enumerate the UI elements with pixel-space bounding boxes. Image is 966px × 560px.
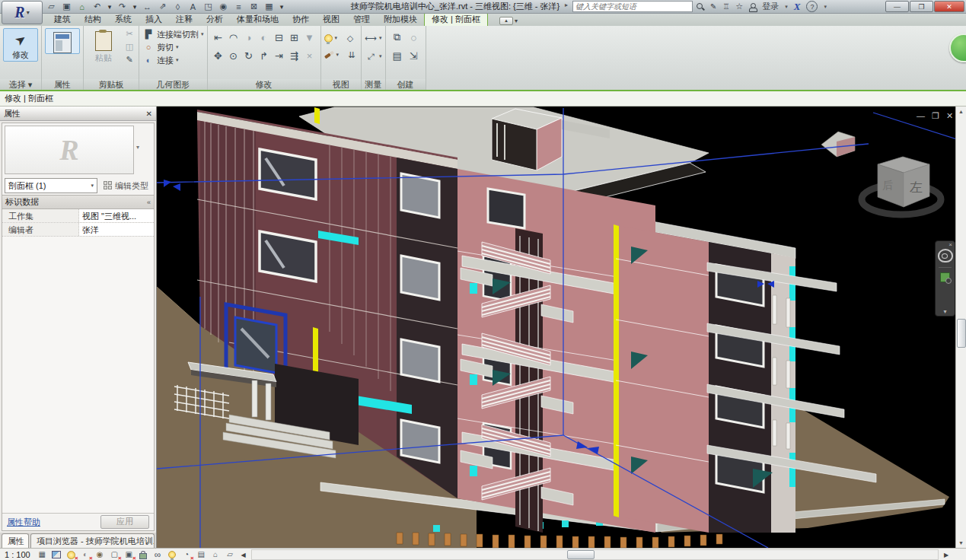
analytical-model-icon[interactable]: ⌂ xyxy=(210,550,222,560)
dimension-button[interactable]: ⤢▾ xyxy=(365,50,382,62)
render-dialog-icon[interactable]: ◉ xyxy=(94,550,106,560)
scroll-up-icon[interactable]: ▲ xyxy=(956,107,966,116)
copy-to-clipboard-icon[interactable]: ◫ xyxy=(123,41,135,52)
workset-row[interactable]: 工作集 视图 "三维视... xyxy=(2,209,154,223)
lock-view-icon[interactable] xyxy=(138,550,149,560)
redo-icon[interactable]: ↷ xyxy=(116,2,128,12)
copy-icon[interactable]: ⊙ xyxy=(226,49,241,63)
panel-label-select[interactable]: 选择 ▾ xyxy=(0,79,41,90)
tab-view[interactable]: 视图 xyxy=(316,13,346,26)
help-icon[interactable]: ? xyxy=(806,1,818,12)
favorites-star-icon[interactable]: ☆ xyxy=(735,2,743,11)
tab-analyze[interactable]: 分析 xyxy=(199,13,230,26)
hscroll-right-icon[interactable]: ▶ xyxy=(942,552,951,558)
horizontal-scroll-thumb[interactable] xyxy=(567,550,595,559)
infocenter-expand-icon[interactable]: ▸ xyxy=(565,2,568,8)
scroll-down-icon[interactable]: ▼ xyxy=(956,538,966,548)
trim-extend-icon[interactable]: ↱ xyxy=(257,49,271,63)
mirror-axis-icon[interactable]: ◑ xyxy=(241,30,256,45)
reveal-hidden-icon[interactable] xyxy=(167,550,178,560)
viewcube[interactable]: 左 后 xyxy=(862,157,941,215)
drawing-area[interactable]: 左 后 — ❐ ✕ × ▾ xyxy=(157,107,955,548)
switch-windows-icon[interactable]: ▦ xyxy=(263,2,275,12)
type-selector[interactable]: 剖面框 (1) ▾ xyxy=(5,178,97,193)
match-type-icon[interactable]: ✎ xyxy=(123,54,135,65)
undo-icon[interactable]: ↶ xyxy=(91,2,103,12)
pin-icon[interactable]: ▼ xyxy=(302,30,317,45)
visual-style-icon[interactable] xyxy=(51,550,62,560)
tab-annotate[interactable]: 注释 xyxy=(169,13,199,26)
edit-type-button[interactable]: 编辑类型 xyxy=(100,179,151,193)
create-parts-icon[interactable]: ⇲ xyxy=(406,49,421,63)
crop-region-icon[interactable]: ▣× xyxy=(123,550,135,560)
communication-center-icon[interactable]: ♖ xyxy=(722,2,729,11)
create-similar-icon[interactable]: ◌ xyxy=(406,30,421,45)
3d-model-view[interactable]: 左 后 xyxy=(157,107,955,548)
split-gap-icon[interactable]: ⊞ xyxy=(287,30,301,45)
create-group-icon[interactable]: ⧉ xyxy=(390,30,404,45)
apply-button[interactable]: 应用 xyxy=(100,515,149,529)
palette-header[interactable]: 属性 ✕ xyxy=(0,107,156,121)
signin-dropdown-icon[interactable]: ▾ xyxy=(785,4,788,10)
tab-structure[interactable]: 结构 xyxy=(78,13,108,26)
tab-project-browser[interactable]: 项目浏览器 - 技师学院机电培训... xyxy=(30,533,155,548)
navbar-close-icon[interactable]: × xyxy=(948,243,952,247)
rotate-icon[interactable]: ↻ xyxy=(241,49,256,63)
override-graphics-button[interactable]: ▾⇊ xyxy=(324,49,359,61)
section-icon[interactable]: ⇗ xyxy=(157,2,168,12)
default-3d-view-icon[interactable]: ◳ xyxy=(202,2,214,12)
sign-in-label[interactable]: 登录 xyxy=(762,1,779,12)
undo-dropdown-icon[interactable]: ▾ xyxy=(107,2,113,12)
sign-in-icon[interactable] xyxy=(749,3,756,11)
vertical-scroll-thumb[interactable] xyxy=(957,319,966,348)
aligned-dimension-icon[interactable]: ↔ xyxy=(142,2,153,12)
move-icon[interactable]: ✥ xyxy=(211,49,225,63)
redo-dropdown-icon[interactable]: ▾ xyxy=(132,2,138,12)
application-menu-button[interactable]: R▾ xyxy=(2,1,43,24)
measure-button[interactable]: ⟷▾ xyxy=(365,32,382,44)
tab-manage[interactable]: 管理 xyxy=(346,13,377,26)
restore-button[interactable]: ❐ xyxy=(910,1,933,12)
tab-modify-section-box[interactable]: 修改 | 剖面框 xyxy=(424,12,488,26)
render-icon[interactable]: ◉ xyxy=(218,2,229,12)
worksharing-display-icon[interactable]: ◔× xyxy=(181,550,193,560)
trim-single-icon[interactable]: ⇥ xyxy=(272,49,286,63)
cut-icon[interactable]: ✂ xyxy=(123,28,135,40)
exchange-apps-icon[interactable]: X xyxy=(794,1,801,13)
mirror-draw-icon[interactable]: ◐ xyxy=(257,30,271,45)
text-icon[interactable]: A xyxy=(187,2,199,12)
tab-massing-site[interactable]: 体量和场地 xyxy=(230,13,285,26)
tab-collaborate[interactable]: 协作 xyxy=(285,13,316,26)
group-collapse-icon[interactable]: « xyxy=(147,199,151,206)
offset-icon[interactable]: ◠ xyxy=(226,30,241,45)
tab-systems[interactable]: 系统 xyxy=(108,13,139,26)
thin-lines-icon[interactable]: ≡ xyxy=(233,2,244,12)
view-close-icon[interactable]: ✕ xyxy=(946,111,953,121)
hide-elements-button[interactable]: ▾◇ xyxy=(324,32,357,44)
communication-badge-icon[interactable] xyxy=(949,33,966,62)
tag-icon[interactable]: ◊ xyxy=(172,2,183,12)
help-dropdown-icon[interactable]: ▾ xyxy=(824,4,827,10)
close-hidden-windows-icon[interactable]: ⊠ xyxy=(248,2,260,12)
split-icon[interactable]: ⊟ xyxy=(272,30,286,45)
vertical-scroll-track[interactable] xyxy=(956,116,966,538)
trim-multiple-icon[interactable]: ⇶ xyxy=(287,49,301,63)
sun-path-icon[interactable]: × xyxy=(65,550,77,560)
modify-tool-button[interactable]: ➤ 修改 xyxy=(3,28,38,62)
ribbon-collapse-button[interactable]: ▴▾ xyxy=(496,16,521,26)
palette-close-icon[interactable]: ✕ xyxy=(146,110,152,118)
subscription-icon[interactable]: ✎ xyxy=(710,2,716,11)
steering-wheel-icon[interactable] xyxy=(938,249,953,262)
delete-icon[interactable]: × xyxy=(302,49,317,63)
preview-dropdown-icon[interactable]: ▾ xyxy=(136,144,139,151)
join-geometry-button[interactable]: ◐连接▾ xyxy=(142,54,179,66)
join-end-cut-button[interactable]: ▛连接端切割▾ xyxy=(142,28,204,40)
cut-geometry-button[interactable]: ○剪切▾ xyxy=(142,41,179,53)
align-icon[interactable]: ⇤ xyxy=(211,30,225,45)
hscroll-left-icon[interactable]: ◀ xyxy=(239,552,248,558)
close-button[interactable]: ✕ xyxy=(934,1,964,12)
shadows-icon[interactable]: ◐× xyxy=(80,550,91,560)
paste-button[interactable]: 粘贴 xyxy=(87,28,120,64)
open-icon[interactable]: ▱ xyxy=(46,2,57,12)
view-restore-icon[interactable]: ❐ xyxy=(932,111,939,121)
